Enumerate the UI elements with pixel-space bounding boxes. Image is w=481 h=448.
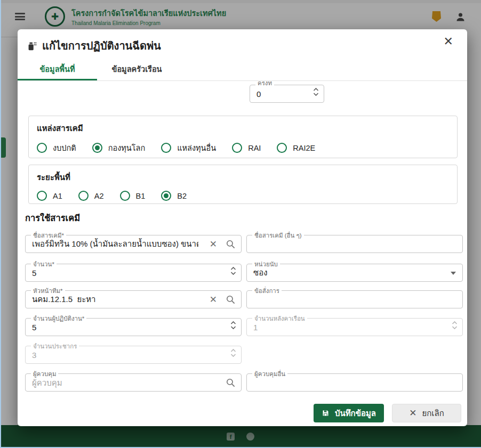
radio-icon <box>78 191 89 201</box>
controller-other-field: ผู้ควบคุมอื่น <box>246 373 463 392</box>
radio-icon <box>37 191 47 201</box>
dialog-tabs: ข้อมูลพื้นที่ ข้อมูลครัวเรือน <box>18 59 467 81</box>
radio-icon <box>120 191 130 201</box>
quantity-field: จำนวน* <box>25 264 242 282</box>
radio-icon <box>37 143 47 153</box>
round-field: ครั้งที่ <box>250 85 324 103</box>
chemical-source-label: แหล่งสารเคมี <box>37 122 449 135</box>
close-icon[interactable]: ✕ <box>444 36 453 47</box>
spray-icon <box>26 40 38 52</box>
household-count-stepper <box>452 321 458 329</box>
radio-b1[interactable]: B1 <box>120 191 146 201</box>
area-level-label: ระยะพื้นที่ <box>37 171 449 184</box>
population-count-input <box>26 346 241 363</box>
operator-count-stepper[interactable] <box>230 321 236 329</box>
save-button-label: บันทึกข้อมูล <box>335 407 376 420</box>
clear-icon[interactable]: ✕ <box>210 295 217 304</box>
tab-household-info[interactable]: ข้อมูลครัวเรือน <box>97 59 177 80</box>
team-leader-input[interactable] <box>26 291 241 308</box>
cancel-button[interactable]: ✕ ยกเลิก <box>392 404 461 422</box>
household-count-input <box>247 319 462 336</box>
chemical-name-other-input[interactable] <box>247 235 462 252</box>
radio-a2[interactable]: A2 <box>78 191 104 201</box>
radio-icon <box>161 143 171 153</box>
round-stepper[interactable] <box>313 88 319 96</box>
chemical-name-other-field: ชื่อสารเคมี (อื่น ๆ) <box>246 235 463 253</box>
instruction-input[interactable] <box>247 291 462 308</box>
population-count-stepper <box>230 349 236 357</box>
operator-count-input[interactable] <box>26 319 241 336</box>
controller-other-input[interactable] <box>247 374 462 391</box>
edit-spray-operation-dialog: แก้ไขการปฏิบัติงานฉีดพ่น ✕ ข้อมูลพื้นที่… <box>18 29 467 426</box>
chemical-source-group: แหล่งสารเคมี งบปกติ กองทุนโลก แหล่งทุนอื… <box>28 116 458 158</box>
area-level-group: ระยะพื้นที่ A1 A2 B1 B2 <box>28 165 458 204</box>
radio-b2[interactable]: B2 <box>161 191 187 201</box>
clear-icon[interactable]: ✕ <box>210 240 217 249</box>
team-leader-field: หัวหน้าทีม* ✕ <box>25 290 242 308</box>
radio-normal-budget[interactable]: งบปกติ <box>37 142 76 154</box>
population-count-field: จำนวนประชากร <box>25 346 242 364</box>
dropdown-arrow-icon[interactable] <box>451 272 456 275</box>
instruction-field: ข้อสั่งการ <box>246 290 463 308</box>
radio-other-fund[interactable]: แหล่งทุนอื่น <box>161 142 216 154</box>
chemical-name-input[interactable] <box>26 235 241 252</box>
controller-input[interactable] <box>26 374 241 391</box>
radio-icon <box>92 143 102 153</box>
radio-a1[interactable]: A1 <box>37 191 62 201</box>
cancel-icon: ✕ <box>409 409 416 418</box>
quantity-input[interactable] <box>26 264 241 281</box>
radio-rai2e[interactable]: RAI2E <box>277 143 315 153</box>
chemical-usage-section-title: การใช้สารเคมี <box>25 211 80 225</box>
radio-icon <box>232 143 242 153</box>
radio-rai[interactable]: RAI <box>232 143 261 153</box>
chemical-name-field: ชื่อสารเคมี* ✕ <box>25 235 242 253</box>
save-icon <box>322 409 330 417</box>
radio-global-fund[interactable]: กองทุนโลก <box>92 142 146 154</box>
search-icon[interactable] <box>226 295 236 305</box>
dialog-title: แก้ไขการปฏิบัติงานฉีดพ่น <box>42 37 161 54</box>
radio-icon <box>161 191 171 201</box>
quantity-stepper[interactable] <box>230 267 236 275</box>
dialog-content: ครั้งที่ แหล่งสารเคมี งบปกติ กองทุนโลก แ… <box>18 82 467 400</box>
unit-value[interactable] <box>247 264 462 281</box>
search-icon[interactable] <box>226 378 236 388</box>
save-button[interactable]: บันทึกข้อมูล <box>314 404 384 422</box>
household-count-field: จำนวนหลังคาเรือน <box>246 318 463 336</box>
search-icon[interactable] <box>226 239 236 249</box>
cancel-button-label: ยกเลิก <box>422 407 444 420</box>
radio-icon <box>277 143 287 153</box>
operator-count-field: จำนวนผู้ปฏิบัติงาน* <box>25 318 242 336</box>
controller-field: ผู้ควบคุม <box>25 373 242 392</box>
unit-select[interactable]: หน่วยนับ <box>246 264 463 282</box>
tab-area-info[interactable]: ข้อมูลพื้นที่ <box>18 59 97 80</box>
